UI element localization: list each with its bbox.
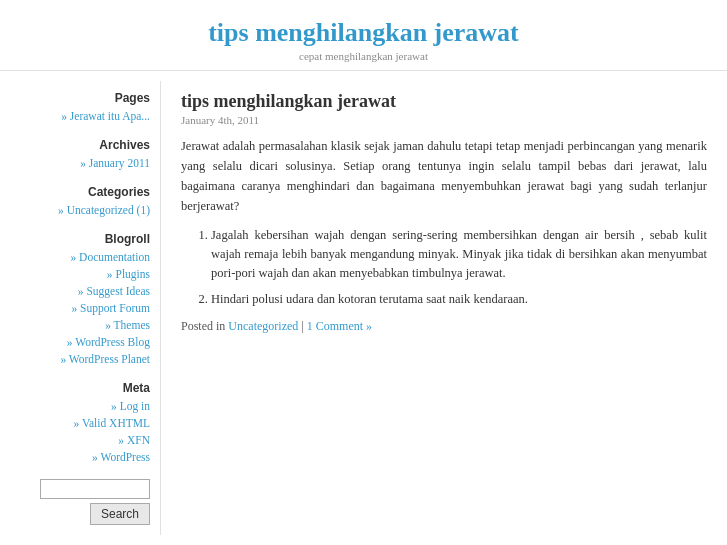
list-item: Jerawat itu Apa...	[10, 109, 150, 124]
sidebar-link-suggest-ideas[interactable]: Suggest Ideas	[78, 285, 150, 297]
post-body: Jerawat adalah permasalahan klasik sejak…	[181, 136, 707, 309]
list-item: XFN	[10, 433, 150, 448]
main-content: tips menghilangkan jerawat January 4th, …	[160, 81, 727, 535]
sidebar-meta: Meta Log in Valid XHTML XFN WordPress	[10, 381, 150, 465]
sidebar-meta-heading: Meta	[10, 381, 150, 395]
list-item: WordPress Planet	[10, 352, 150, 367]
sidebar-link-login[interactable]: Log in	[111, 400, 150, 412]
sidebar-link-wordpress[interactable]: WordPress	[92, 451, 150, 463]
list-item: Documentation	[10, 250, 150, 265]
sidebar-pages-list: Jerawat itu Apa...	[10, 109, 150, 124]
list-item: Hindari polusi udara dan kotoran terutam…	[211, 290, 707, 309]
sidebar-pages: Pages Jerawat itu Apa...	[10, 91, 150, 124]
sidebar-link-xfn[interactable]: XFN	[118, 434, 150, 446]
post-footer-category[interactable]: Uncategorized	[228, 319, 298, 333]
site-tagline: cepat menghilangkan jerawat	[0, 50, 727, 62]
sidebar-link-plugins[interactable]: Plugins	[107, 268, 150, 280]
search-button[interactable]: Search	[90, 503, 150, 525]
sidebar-archives-list: January 2011	[10, 156, 150, 171]
post-footer: Posted in Uncategorized | 1 Comment »	[181, 319, 707, 334]
list-item: Support Forum	[10, 301, 150, 316]
list-item: Themes	[10, 318, 150, 333]
sidebar-archives: Archives January 2011	[10, 138, 150, 171]
list-item: Plugins	[10, 267, 150, 282]
list-item: January 2011	[10, 156, 150, 171]
list-item: Log in	[10, 399, 150, 414]
list-item: WordPress Blog	[10, 335, 150, 350]
sidebar: Pages Jerawat itu Apa... Archives Januar…	[0, 81, 160, 535]
sidebar-blogroll-heading: Blogroll	[10, 232, 150, 246]
sidebar-link-wordpress-blog[interactable]: WordPress Blog	[67, 336, 150, 348]
sidebar-link-valid-xhtml[interactable]: Valid XHTML	[74, 417, 150, 429]
sidebar-meta-list: Log in Valid XHTML XFN WordPress	[10, 399, 150, 465]
sidebar-archives-heading: Archives	[10, 138, 150, 152]
sidebar-link-wordpress-planet[interactable]: WordPress Planet	[60, 353, 150, 365]
list-item: Valid XHTML	[10, 416, 150, 431]
list-item: WordPress	[10, 450, 150, 465]
search-input[interactable]	[40, 479, 150, 499]
site-header: tips menghilangkan jerawat cepat menghil…	[0, 0, 727, 71]
sidebar-categories: Categories Uncategorized (1)	[10, 185, 150, 218]
post-footer-comments[interactable]: 1 Comment »	[307, 319, 372, 333]
post-intro: Jerawat adalah permasalahan klasik sejak…	[181, 136, 707, 216]
sidebar-link-support-forum[interactable]: Support Forum	[71, 302, 150, 314]
site-title: tips menghilangkan jerawat	[0, 18, 727, 48]
sidebar-link-jerawat[interactable]: Jerawat itu Apa...	[61, 110, 150, 122]
post-date: January 4th, 2011	[181, 114, 707, 126]
sidebar-link-january2011[interactable]: January 2011	[80, 157, 150, 169]
sidebar-pages-heading: Pages	[10, 91, 150, 105]
sidebar-link-uncategorized[interactable]: Uncategorized (1)	[58, 204, 150, 216]
post-footer-prefix: Posted in	[181, 319, 228, 333]
list-item: Jagalah kebersihan wajah dengan sering-s…	[211, 226, 707, 282]
post-title: tips menghilangkan jerawat	[181, 91, 707, 112]
sidebar-categories-heading: Categories	[10, 185, 150, 199]
list-item: Uncategorized (1)	[10, 203, 150, 218]
post-list: Jagalah kebersihan wajah dengan sering-s…	[211, 226, 707, 309]
sidebar-blogroll-list: Documentation Plugins Suggest Ideas Supp…	[10, 250, 150, 367]
post-footer-separator: |	[298, 319, 306, 333]
search-widget: Search	[10, 479, 150, 525]
sidebar-categories-list: Uncategorized (1)	[10, 203, 150, 218]
sidebar-link-documentation[interactable]: Documentation	[70, 251, 150, 263]
sidebar-link-themes[interactable]: Themes	[105, 319, 150, 331]
list-item: Suggest Ideas	[10, 284, 150, 299]
sidebar-blogroll: Blogroll Documentation Plugins Suggest I…	[10, 232, 150, 367]
post: tips menghilangkan jerawat January 4th, …	[181, 91, 707, 334]
